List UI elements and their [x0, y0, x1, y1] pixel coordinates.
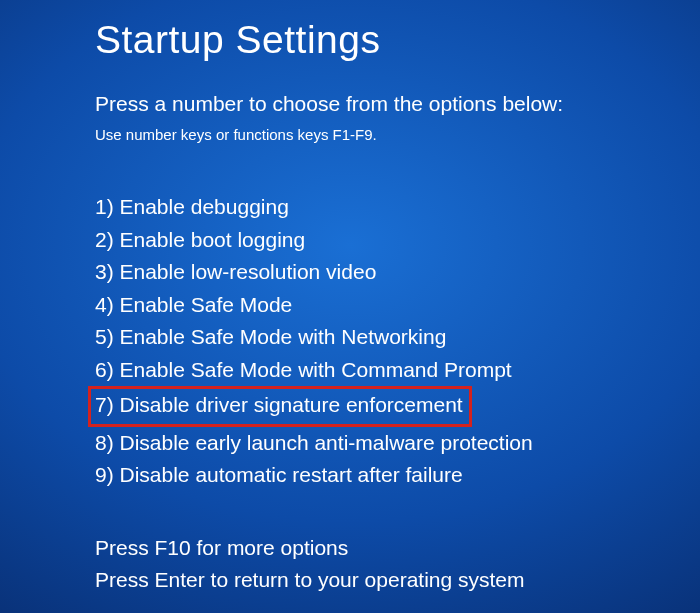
footer-more-options: Press F10 for more options — [95, 532, 525, 564]
page-title: Startup Settings — [95, 18, 700, 62]
startup-options-list: 1) Enable debugging2) Enable boot loggin… — [95, 191, 700, 492]
startup-option-8[interactable]: 8) Disable early launch anti-malware pro… — [95, 427, 533, 460]
startup-option-2[interactable]: 2) Enable boot logging — [95, 224, 305, 257]
startup-option-6[interactable]: 6) Enable Safe Mode with Command Prompt — [95, 354, 512, 387]
page-subtitle: Press a number to choose from the option… — [95, 92, 700, 116]
startup-option-4[interactable]: 4) Enable Safe Mode — [95, 289, 292, 322]
startup-option-3[interactable]: 3) Enable low-resolution video — [95, 256, 376, 289]
page-hint: Use number keys or functions keys F1-F9. — [95, 126, 700, 143]
footer: Press F10 for more options Press Enter t… — [95, 532, 525, 595]
footer-return: Press Enter to return to your operating … — [95, 564, 525, 596]
startup-option-1[interactable]: 1) Enable debugging — [95, 191, 289, 224]
startup-option-7[interactable]: 7) Disable driver signature enforcement — [88, 386, 472, 427]
startup-option-9[interactable]: 9) Disable automatic restart after failu… — [95, 459, 463, 492]
startup-option-5[interactable]: 5) Enable Safe Mode with Networking — [95, 321, 446, 354]
